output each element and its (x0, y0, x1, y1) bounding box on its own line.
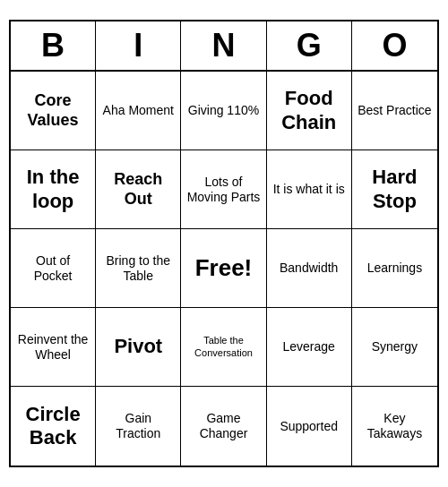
bingo-cell-7[interactable]: Lots of Moving Parts (181, 150, 266, 229)
bingo-cell-text-16: Pivot (114, 335, 162, 358)
bingo-cell-text-1: Aha Moment (103, 103, 174, 118)
bingo-cell-text-5: In the loop (16, 166, 90, 213)
bingo-cell-text-24: Key Takaways (358, 411, 432, 441)
bingo-cell-11[interactable]: Bring to the Table (96, 229, 181, 308)
bingo-cell-text-19: Synergy (372, 339, 418, 355)
bingo-cell-14[interactable]: Learnings (352, 229, 437, 308)
bingo-cell-text-3: Food Chain (272, 87, 346, 134)
bingo-cell-17[interactable]: Table the Conversation (181, 308, 266, 387)
bingo-cell-text-17: Table the Conversation (186, 335, 260, 358)
bingo-cell-text-10: Out of Pocket (16, 253, 90, 284)
bingo-cell-text-18: Leverage (283, 339, 335, 355)
bingo-cell-text-11: Bring to the Table (101, 253, 175, 284)
bingo-cell-text-9: Hard Stop (358, 166, 432, 213)
bingo-header: B I N G O (11, 21, 437, 72)
bingo-cell-text-22: Game Changer (186, 411, 260, 441)
bingo-cell-15[interactable]: Reinvent the Wheel (11, 308, 96, 387)
bingo-cell-text-0: Core Values (16, 91, 90, 130)
header-b: B (11, 21, 96, 70)
bingo-cell-text-23: Supported (280, 419, 338, 434)
bingo-cell-text-14: Learnings (367, 261, 423, 276)
bingo-cell-text-13: Bandwidth (280, 261, 338, 276)
bingo-cell-6[interactable]: Reach Out (96, 150, 181, 229)
bingo-cell-text-15: Reinvent the Wheel (16, 332, 90, 363)
bingo-cell-18[interactable]: Leverage (267, 308, 352, 387)
header-n: N (181, 21, 266, 70)
bingo-cell-5[interactable]: In the loop (11, 150, 96, 229)
bingo-cell-22[interactable]: Game Changer (181, 387, 266, 466)
bingo-cell-19[interactable]: Synergy (352, 308, 437, 387)
bingo-cell-text-8: It is what it is (273, 182, 345, 197)
bingo-cell-23[interactable]: Supported (267, 387, 352, 466)
bingo-cell-1[interactable]: Aha Moment (96, 72, 181, 150)
header-i: I (96, 21, 181, 70)
bingo-cell-4[interactable]: Best Practice (352, 72, 437, 150)
bingo-cell-10[interactable]: Out of Pocket (11, 229, 96, 308)
bingo-cell-3[interactable]: Food Chain (267, 72, 352, 150)
bingo-cell-13[interactable]: Bandwidth (267, 229, 352, 308)
bingo-cell-16[interactable]: Pivot (96, 308, 181, 387)
bingo-cell-text-2: Giving 110% (188, 103, 259, 118)
bingo-cell-8[interactable]: It is what it is (267, 150, 352, 229)
bingo-grid: Core ValuesAha MomentGiving 110%Food Cha… (11, 72, 437, 466)
bingo-cell-text-7: Lots of Moving Parts (186, 175, 260, 205)
bingo-cell-text-20: Circle Back (16, 403, 90, 450)
bingo-cell-text-12: Free! (195, 254, 253, 282)
bingo-cell-12[interactable]: Free! (181, 229, 266, 308)
bingo-cell-2[interactable]: Giving 110% (181, 72, 266, 150)
bingo-cell-9[interactable]: Hard Stop (352, 150, 437, 229)
header-o: O (352, 21, 437, 70)
header-g: G (267, 21, 352, 70)
bingo-cell-0[interactable]: Core Values (11, 72, 96, 150)
bingo-cell-21[interactable]: Gain Traction (96, 387, 181, 466)
bingo-cell-24[interactable]: Key Takaways (352, 387, 437, 466)
bingo-cell-20[interactable]: Circle Back (11, 387, 96, 466)
bingo-cell-text-4: Best Practice (358, 103, 431, 118)
bingo-cell-text-6: Reach Out (101, 170, 175, 209)
bingo-cell-text-21: Gain Traction (101, 411, 175, 441)
bingo-card: B I N G O Core ValuesAha MomentGiving 11… (9, 20, 439, 467)
